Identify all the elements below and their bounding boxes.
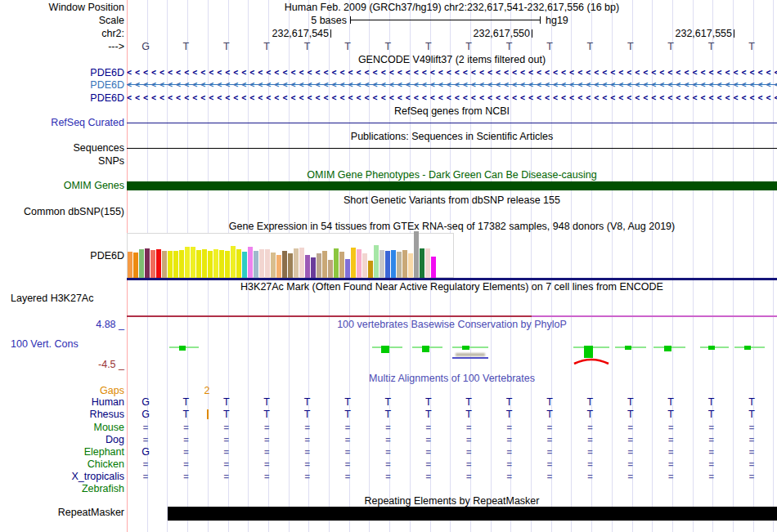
gtex-tissue-bar[interactable]	[397, 252, 402, 278]
omim-track-title: OMIM Gene Phenotypes - Dark Green Can Be…	[127, 169, 777, 181]
gtex-tissue-bar[interactable]	[374, 245, 379, 278]
gtex-tissue-bar[interactable]	[420, 248, 424, 278]
multiz-alignment-cell: =	[378, 458, 397, 470]
gtex-tissue-bar[interactable]	[380, 250, 384, 278]
gtex-tissue-bar[interactable]	[328, 260, 333, 278]
sequences-label[interactable]: Sequences	[0, 142, 124, 154]
gencode-transcript-label[interactable]: PDE6D	[0, 67, 124, 78]
gtex-tissue-bar[interactable]	[236, 249, 241, 278]
refseq-curated-label[interactable]: RefSeq Curated	[0, 117, 124, 128]
gtex-tissue-bar[interactable]	[231, 246, 236, 278]
gtex-tissue-bar[interactable]	[271, 253, 276, 278]
gtex-tissue-bar[interactable]	[128, 252, 132, 278]
gtex-tissue-bar[interactable]	[391, 250, 396, 278]
common-dbsnp-label[interactable]: Common dbSNP(155)	[0, 206, 124, 217]
multiz-species-label[interactable]: Gaps	[0, 385, 124, 396]
repeatmasker-bar[interactable]	[168, 507, 777, 521]
multiz-species-label[interactable]: Human	[0, 396, 124, 408]
gencode-transcript-exon-arrows[interactable]: <<<<<<<<<<<<<<<<<<<<<<<<<<<<<<<<<<<<<<<<…	[127, 92, 777, 103]
gtex-tissue-bar[interactable]	[162, 251, 167, 278]
multiz-alignment-cell: =	[419, 458, 438, 470]
multiz-alignment-cell: =	[661, 422, 680, 433]
multiz-species-label[interactable]: Chicken	[0, 458, 124, 470]
refseq-curated-line[interactable]	[127, 123, 777, 123]
multiz-gap-count: 2	[197, 385, 217, 396]
multiz-species-label[interactable]: Dog	[0, 434, 124, 445]
snps-label[interactable]: SNPs	[0, 155, 124, 167]
gtex-tissue-bar[interactable]	[168, 251, 173, 278]
multiz-species-label[interactable]: Zebrafish	[0, 483, 124, 494]
gtex-tissue-bar[interactable]	[402, 250, 407, 278]
sequences-line[interactable]	[127, 148, 777, 149]
multiz-alignment-cell: =	[702, 458, 721, 470]
gtex-tissue-bar[interactable]	[299, 248, 304, 278]
gtex-tissue-bar[interactable]	[351, 248, 356, 278]
gtex-tissue-bar[interactable]	[362, 253, 367, 278]
gtex-tissue-bar[interactable]	[282, 251, 287, 278]
h3k27ac-signal-line[interactable]	[127, 315, 532, 317]
gtex-tissue-bar[interactable]	[248, 247, 253, 278]
h3k27ac-signal-line[interactable]	[532, 315, 777, 317]
gencode-transcript-label[interactable]: PDE6D	[0, 79, 124, 91]
gtex-tissue-bar[interactable]	[265, 249, 270, 278]
gtex-tissue-bar[interactable]	[431, 257, 436, 278]
gtex-tissue-bar[interactable]	[242, 252, 247, 278]
gtex-tissue-bar[interactable]	[311, 257, 316, 278]
omim-genes-bar[interactable]	[127, 181, 777, 190]
gtex-tissue-bar[interactable]	[202, 249, 207, 278]
gtex-tissue-bar[interactable]	[191, 247, 195, 278]
gtex-tissue-bar[interactable]	[150, 250, 155, 278]
gtex-tissue-bar[interactable]	[414, 231, 419, 278]
gtex-tissue-bar[interactable]	[425, 248, 430, 278]
gtex-tissue-bar[interactable]	[408, 253, 413, 278]
gtex-tissue-bar[interactable]	[219, 250, 224, 278]
multiz-alignment-cell: =	[257, 471, 276, 482]
gtex-tissue-bar[interactable]	[345, 259, 350, 278]
gtex-tissue-bar[interactable]	[156, 249, 161, 278]
gtex-tissue-bar[interactable]	[179, 250, 184, 278]
gtex-tissue-bar[interactable]	[317, 253, 321, 278]
gtex-tissue-bar[interactable]	[385, 251, 390, 278]
gtex-tissue-bar[interactable]	[145, 248, 150, 278]
multiz-alignment-cell: =	[459, 422, 478, 433]
gtex-tissue-bar[interactable]	[133, 253, 138, 278]
gencode-transcript-exon-arrows[interactable]: <<<<<<<<<<<<<<<<<<<<<<<<<<<<<<<<<<<<<<<<…	[127, 79, 777, 90]
gencode-transcript-exon-arrows[interactable]: <<<<<<<<<<<<<<<<<<<<<<<<<<<<<<<<<<<<<<<<…	[127, 67, 777, 78]
gtex-tissue-bar[interactable]	[259, 249, 264, 278]
gtex-tissue-bar[interactable]	[196, 250, 201, 278]
layered-h3k27ac-label[interactable]: Layered H3K27Ac	[11, 293, 93, 304]
omim-genes-label[interactable]: OMIM Genes	[0, 180, 124, 191]
gtex-tissue-bar[interactable]	[294, 248, 299, 278]
gtex-tissue-bar[interactable]	[368, 261, 373, 278]
gtex-gene-label[interactable]: PDE6D	[0, 250, 124, 262]
gtex-tissue-bar[interactable]	[305, 255, 310, 278]
multiz-alignment-cell: =	[176, 434, 195, 445]
ruler-position-label: 232,617,555	[634, 28, 732, 39]
gtex-tissue-bar[interactable]	[225, 251, 230, 278]
multiz-species-label[interactable]: Elephant	[0, 446, 124, 458]
phylop-positive-bar	[462, 346, 469, 350]
phylop-track-label[interactable]: 100 Vert. Cons	[11, 338, 79, 350]
gtex-tissue-bar[interactable]	[288, 253, 293, 278]
multiz-alignment-cell: =	[217, 458, 236, 470]
gtex-tissue-bar[interactable]	[185, 247, 190, 278]
gtex-tissue-bar[interactable]	[339, 252, 344, 278]
gtex-tissue-bar[interactable]	[208, 251, 213, 278]
multiz-species-label[interactable]: Rhesus	[0, 409, 124, 420]
gtex-tissue-bar[interactable]	[139, 249, 144, 278]
multiz-alignment-cell: =	[217, 471, 236, 482]
repeatmasker-label[interactable]: RepeatMasker	[0, 507, 124, 518]
gtex-tissue-bar[interactable]	[357, 249, 362, 278]
gtex-tissue-bar[interactable]	[276, 255, 281, 278]
gtex-tissue-bar[interactable]	[254, 251, 258, 278]
gencode-transcript-label[interactable]: PDE6D	[0, 92, 124, 104]
multiz-species-label[interactable]: Mouse	[0, 422, 124, 433]
multiz-species-label[interactable]: X_tropicalis	[0, 471, 124, 482]
gtex-tissue-bar[interactable]	[173, 251, 178, 278]
multiz-alignment-cell: =	[136, 458, 155, 470]
gtex-tissue-bar[interactable]	[334, 248, 339, 278]
gtex-tissue-bar[interactable]	[322, 251, 327, 278]
gtex-tissue-bar[interactable]	[213, 249, 218, 278]
multiz-alignment-cell: G	[136, 409, 155, 420]
multiz-alignment-cell: =	[459, 446, 478, 458]
